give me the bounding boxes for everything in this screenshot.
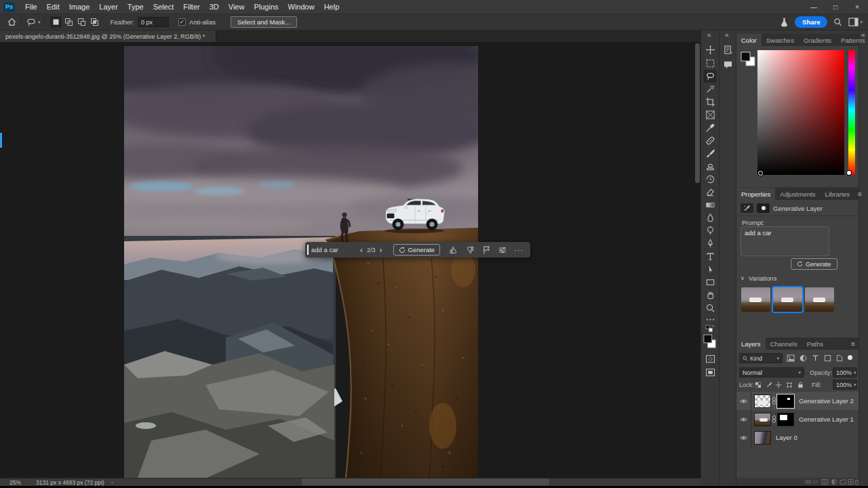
beaker-icon[interactable] <box>780 18 789 27</box>
eyedropper-tool[interactable] <box>703 121 717 134</box>
menu-select[interactable]: Select <box>149 0 179 14</box>
layer-name[interactable]: Generative Layer 1 <box>799 415 854 423</box>
tab-properties[interactable]: Properties <box>736 188 775 200</box>
visibility-eye-icon[interactable] <box>736 428 751 447</box>
marquee-tool[interactable] <box>703 57 717 70</box>
lock-transparency-icon[interactable] <box>753 380 764 390</box>
layer-name[interactable]: Layer 0 <box>776 434 797 441</box>
menu-help[interactable]: Help <box>319 0 344 14</box>
tab-color[interactable]: Color <box>736 34 762 46</box>
more-options-icon[interactable]: ··· <box>511 244 527 256</box>
taskbar-generate-button[interactable]: Generate <box>393 244 441 256</box>
quick-selection-tool[interactable] <box>703 83 717 96</box>
tab-layers[interactable]: Layers <box>736 338 766 350</box>
opacity-dropdown[interactable]: 100% ▾ <box>833 367 857 378</box>
menu-layer[interactable]: Layer <box>94 0 123 14</box>
hue-slider-marker[interactable] <box>847 171 851 175</box>
taskbar-prompt-input[interactable] <box>311 246 356 253</box>
menu-image[interactable]: Image <box>64 0 95 14</box>
screen-mode-icon[interactable] <box>703 366 717 379</box>
tab-patterns[interactable]: Patterns <box>836 34 868 46</box>
filter-smart-objects-icon[interactable] <box>834 353 845 363</box>
select-and-mask-button[interactable]: Select and Mask... <box>231 16 297 28</box>
thumbs-up-icon[interactable] <box>446 244 462 256</box>
horizontal-scrollbar[interactable] <box>302 479 549 485</box>
document-tab[interactable]: pexels-angelo-duranti-3512848.jpg @ 25% … <box>0 30 216 42</box>
anti-alias-checkbox[interactable]: ✓ <box>178 18 186 26</box>
move-tool[interactable] <box>703 43 717 56</box>
report-flag-icon[interactable] <box>478 244 494 256</box>
previous-variation-button[interactable]: ‹ <box>356 245 367 255</box>
filter-shape-layers-icon[interactable] <box>822 353 833 363</box>
pen-tool[interactable] <box>703 237 717 250</box>
blur-tool[interactable] <box>703 211 717 224</box>
lock-all-icon[interactable] <box>795 380 806 390</box>
variation-thumbnail-1[interactable] <box>741 287 770 312</box>
maximize-button[interactable]: □ <box>825 0 846 14</box>
menu-type[interactable]: Type <box>123 0 149 14</box>
menu-filter[interactable]: Filter <box>178 0 204 14</box>
brush-tool[interactable] <box>703 147 717 160</box>
subtract-selection-mode[interactable] <box>76 16 87 28</box>
share-button[interactable]: Share <box>795 16 827 28</box>
intersect-selection-mode[interactable] <box>89 16 100 28</box>
comments-panel-icon[interactable] <box>721 58 734 71</box>
history-panel-icon[interactable] <box>721 43 734 56</box>
history-brush-tool[interactable] <box>703 173 717 186</box>
new-selection-mode[interactable] <box>50 16 62 28</box>
collapse-toolbar-icon[interactable]: « <box>707 31 711 39</box>
hand-tool[interactable] <box>703 289 717 302</box>
filter-toggle-icon[interactable] <box>848 355 852 360</box>
default-colors-icon[interactable] <box>703 324 717 333</box>
panel-menu-icon[interactable]: ≡ <box>854 188 865 200</box>
color-picker-marker[interactable] <box>758 171 763 176</box>
layer-row-layer-0[interactable]: Layer 0 <box>736 428 859 447</box>
layer-thumbnail[interactable] <box>754 413 771 426</box>
properties-generate-button[interactable]: Generate <box>791 258 837 270</box>
color-fg-bg-swatches[interactable] <box>741 52 757 68</box>
fill-dropdown[interactable]: 100% ▾ <box>833 380 857 390</box>
vertical-scrollbar[interactable] <box>695 43 700 183</box>
close-button[interactable]: × <box>846 0 868 14</box>
layer-mask-thumbnail[interactable] <box>777 413 794 426</box>
home-icon[interactable] <box>7 17 17 27</box>
next-variation-button[interactable]: › <box>376 245 387 255</box>
add-selection-mode[interactable] <box>63 16 75 28</box>
visibility-eye-icon[interactable] <box>736 410 751 428</box>
layer-row-generative-layer-2[interactable]: Generative Layer 2 <box>736 392 859 410</box>
crop-tool[interactable] <box>703 96 717 108</box>
menu-3d[interactable]: 3D <box>205 0 224 14</box>
canvas-image[interactable] <box>124 46 478 478</box>
layer-mask-thumbnail[interactable] <box>777 394 794 408</box>
variation-thumbnail-2-selected[interactable] <box>773 287 802 312</box>
tab-channels[interactable]: Channels <box>766 338 802 350</box>
tab-swatches[interactable]: Swatches <box>762 34 799 46</box>
lock-position-icon[interactable] <box>773 380 784 390</box>
tab-libraries[interactable]: Libraries <box>821 188 854 200</box>
variations-header[interactable]: ∨ Variations <box>741 274 776 282</box>
color-saturation-square[interactable] <box>757 50 844 175</box>
zoom-level[interactable]: 25% <box>9 479 21 486</box>
mask-link-icon[interactable] <box>772 396 776 405</box>
thumbs-down-icon[interactable] <box>462 244 478 256</box>
type-tool[interactable] <box>703 250 717 263</box>
lasso-tool-icon[interactable]: ▾ <box>26 17 41 28</box>
menu-plugins[interactable]: Plugins <box>249 0 283 14</box>
foreground-background-swatches[interactable] <box>703 333 717 350</box>
healing-brush-tool[interactable] <box>703 134 717 147</box>
menu-view[interactable]: View <box>224 0 250 14</box>
rectangle-tool[interactable] <box>703 276 717 289</box>
layer-thumbnail[interactable] <box>754 394 771 408</box>
collapse-minipanel-icon[interactable]: « <box>725 31 729 39</box>
workspace-switcher-icon[interactable]: ▾ <box>848 18 863 26</box>
tab-gradients[interactable]: Gradients <box>799 34 836 46</box>
filter-adjustment-layers-icon[interactable] <box>797 353 808 363</box>
settings-sliders-icon[interactable] <box>494 244 511 256</box>
gradient-tool[interactable] <box>703 199 717 211</box>
minimize-button[interactable]: — <box>803 0 825 14</box>
feather-input[interactable] <box>138 17 169 27</box>
tab-paths[interactable]: Paths <box>802 338 828 350</box>
tab-adjustments[interactable]: Adjustments <box>775 188 820 200</box>
prompt-textarea[interactable]: add a car <box>741 226 829 256</box>
layer-row-generative-layer-1[interactable]: Generative Layer 1 <box>736 410 859 428</box>
